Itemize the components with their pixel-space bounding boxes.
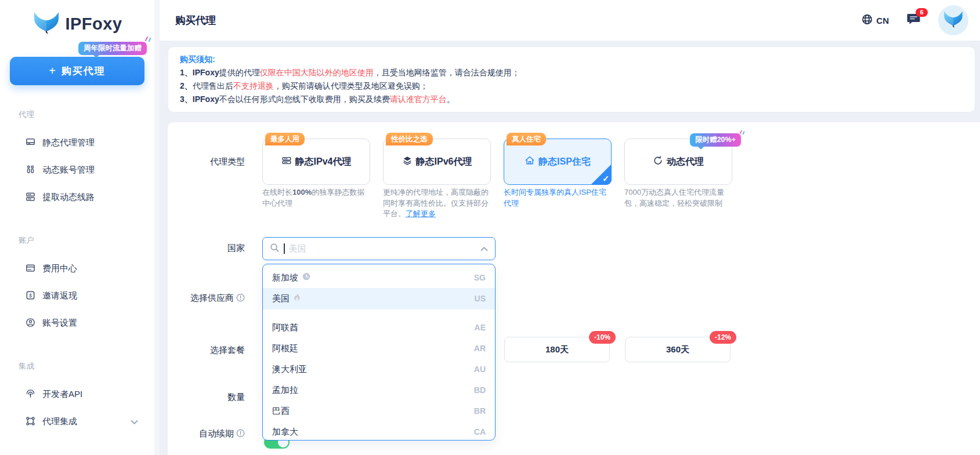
- chevron-up-icon[interactable]: [480, 243, 488, 254]
- sidebar-item-label: 代理集成: [42, 416, 77, 427]
- country-option-argentina[interactable]: 阿根廷AR: [263, 338, 495, 359]
- card-desc-ipv4: 在线时长100%的独享静态数据中心代理: [262, 187, 370, 220]
- plus-icon: +: [49, 64, 56, 78]
- country-option-bangladesh[interactable]: 孟加拉BD: [263, 380, 495, 401]
- search-placeholder: 美国: [289, 243, 306, 254]
- card-dynamic-proxy[interactable]: 限时赠20%+ 动态代理: [624, 139, 732, 185]
- message-count-badge: 6: [916, 8, 928, 17]
- buy-proxy-page: IPFoxy 周年限时流量加赠 + 购买代理 代理 静态代理管理: [0, 0, 980, 455]
- card-title: 静态IPv4代理: [295, 156, 352, 168]
- country-option-canada[interactable]: 加拿大CA: [263, 421, 495, 441]
- sidebar-item-label: 费用中心: [42, 263, 77, 274]
- sidebar-item-extract-dynamic-lines[interactable]: 提取动态线路: [0, 184, 154, 211]
- fire-icon: [294, 293, 301, 304]
- logo[interactable]: IPFoxy: [0, 12, 154, 36]
- plan-360-days[interactable]: 360天 -12%: [625, 337, 731, 362]
- learn-more-link[interactable]: 了解更多: [406, 209, 436, 218]
- refresh-icon: [653, 155, 663, 168]
- dollar-icon: $: [25, 290, 36, 303]
- locale-code: CN: [876, 16, 889, 26]
- country-dropdown: 新加坡 SG 美国 US 阿联酋AE 阿根廷AR 澳大利亚AU 孟加拉BD 巴西…: [262, 264, 496, 441]
- card-title: 静态ISP住宅: [538, 156, 591, 168]
- text-caret: [284, 243, 285, 254]
- buy-proxy-button[interactable]: + 购买代理: [10, 57, 144, 85]
- card-static-ipv6[interactable]: 性价比之选 静态IPv6代理: [383, 139, 491, 185]
- svg-text:$: $: [29, 292, 32, 298]
- info-icon: [236, 293, 245, 304]
- info-icon: [236, 429, 245, 439]
- plan-name: 360天: [666, 344, 689, 355]
- server-icon: [281, 155, 292, 168]
- messages-button[interactable]: 6: [906, 13, 921, 28]
- card-desc-dynamic: 7000万动态真人住宅代理流量包，高速稳定，轻松突破限制: [624, 187, 732, 220]
- notice-line-1: 1、IPFoxy提供的代理仅限在中国大陆以外的地区使用，且受当地网络监管，请合法…: [180, 66, 963, 79]
- country-option-australia[interactable]: 澳大利亚AU: [263, 359, 495, 380]
- discount-badge: -10%: [589, 331, 616, 344]
- fox-avatar-icon: [943, 10, 964, 30]
- notice-line-2: 2、代理售出后不支持退换，购买前请确认代理类型及地区避免误购；: [180, 79, 963, 93]
- logo-text: IPFoxy: [65, 14, 122, 34]
- card-badge: 最多人用: [265, 133, 305, 145]
- page-title: 购买代理: [175, 13, 216, 27]
- fox-logo-icon: [32, 11, 61, 37]
- promo-badge: 周年限时流量加赠: [78, 42, 147, 55]
- sidebar-item-developer-api[interactable]: 开发者API: [0, 381, 154, 408]
- sidebar-item-label: 邀请返现: [42, 290, 77, 301]
- discount-badge: -12%: [710, 331, 736, 344]
- sidebar-item-label: 静态代理管理: [42, 137, 95, 148]
- user-icon: [25, 317, 36, 330]
- country-option-usa[interactable]: 美国 US: [263, 288, 495, 309]
- sidebar-item-static-proxy-management[interactable]: 静态代理管理: [0, 129, 154, 156]
- country-search-input[interactable]: 美国: [262, 237, 496, 260]
- sidebar-item-label: 提取动态线路: [42, 192, 95, 203]
- sidebar-scrollbar[interactable]: [154, 0, 160, 455]
- content: 购买须知: 1、IPFoxy提供的代理仅限在中国大陆以外的地区使用，且受当地网络…: [160, 46, 980, 455]
- avatar[interactable]: [938, 5, 968, 35]
- topbar: 购买代理 CN 6: [160, 0, 980, 41]
- card-static-isp[interactable]: 真人住宅 静态ISP住宅 ✓: [504, 139, 612, 185]
- card-badge: 性价比之选: [386, 133, 433, 145]
- notice-line-3: 3、IPFoxy不会以任何形式向您线下收取费用，购买及续费请认准官方平台。: [180, 93, 963, 106]
- sidebar: IPFoxy 周年限时流量加赠 + 购买代理 代理 静态代理管理: [0, 0, 154, 455]
- card-title: 动态代理: [667, 156, 704, 168]
- sidebar-item-invite-rebate[interactable]: $ 邀请返现: [0, 282, 154, 310]
- quantity-label: 数量: [168, 392, 245, 403]
- sidebar-item-label: 开发者API: [42, 389, 82, 400]
- locale-switcher[interactable]: CN: [861, 13, 889, 28]
- main-area: 购买代理 CN 6: [160, 0, 980, 455]
- sidebar-section-account: 账户: [19, 235, 154, 246]
- credit-card-icon: [25, 263, 36, 275]
- country-option-brazil[interactable]: 巴西BR: [263, 401, 495, 421]
- integration-nodes-icon: [25, 416, 36, 428]
- fingerprint-icon: [25, 388, 36, 401]
- server-rows-icon: [25, 191, 36, 204]
- dropdown-divider: [263, 309, 495, 310]
- check-icon: ✓: [602, 174, 609, 183]
- card-static-ipv4[interactable]: 最多人用 静态IPv4代理: [262, 139, 370, 185]
- country-option-uae[interactable]: 阿联酋AE: [263, 317, 495, 338]
- sidebar-section-proxy: 代理: [19, 110, 154, 120]
- clock-icon: [302, 272, 310, 283]
- home-icon: [525, 155, 535, 168]
- supplier-label: 选择供应商: [168, 293, 245, 304]
- country-option-singapore[interactable]: 新加坡 SG: [263, 267, 495, 288]
- purchase-form: 代理类型 最多人用 静态IPv4代理 性价比之选 静态IPv6代理 真人住宅: [168, 122, 980, 455]
- people-icon: [25, 164, 36, 177]
- sidebar-item-proxy-integration[interactable]: 代理集成: [0, 408, 154, 435]
- plan-label: 选择套餐: [168, 345, 245, 356]
- sidebar-item-billing-center[interactable]: 费用中心: [0, 255, 154, 282]
- proxy-type-label: 代理类型: [168, 156, 245, 168]
- country-label: 国家: [168, 243, 245, 254]
- plan-180-days[interactable]: 180天 -10%: [504, 337, 610, 362]
- card-title: 静态IPv6代理: [416, 156, 472, 168]
- purchase-notice: 购买须知: 1、IPFoxy提供的代理仅限在中国大陆以外的地区使用，且受当地网络…: [168, 46, 975, 112]
- proxy-type-descriptions: 在线时长100%的独享静态数据中心代理 更纯净的代理地址，高度隐蔽的同时享有高性…: [262, 187, 732, 220]
- layers-icon: [402, 155, 413, 168]
- sidebar-item-account-settings[interactable]: 账号设置: [0, 310, 154, 337]
- plan-name: 180天: [545, 344, 569, 355]
- sidebar-item-dynamic-account-management[interactable]: 动态账号管理: [0, 156, 154, 184]
- globe-icon: [861, 13, 873, 28]
- notice-title: 购买须知:: [180, 52, 963, 66]
- auto-renew-label: 自动续期: [168, 428, 245, 439]
- card-badge: 真人住宅: [507, 133, 546, 145]
